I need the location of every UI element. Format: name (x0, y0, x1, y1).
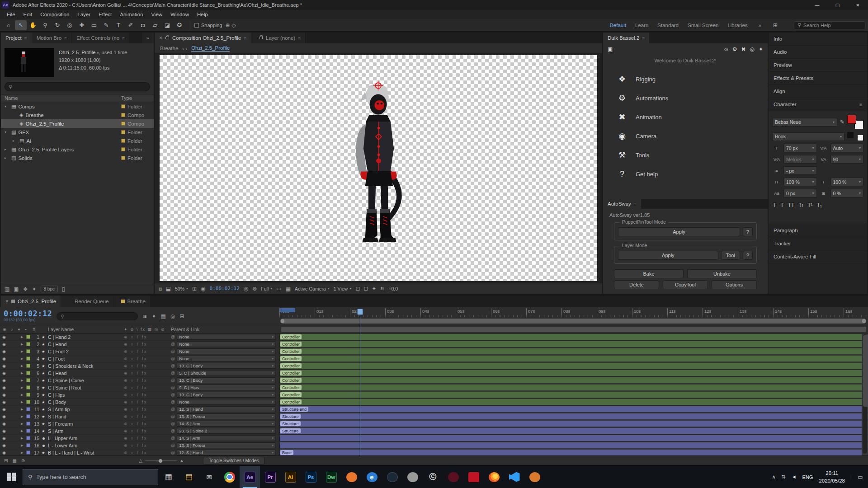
faux-style-button[interactable]: T¹ (807, 202, 812, 208)
taskbar-search-input[interactable]: ⚲ Type here to search (23, 469, 158, 485)
premiere-icon[interactable]: Pr (260, 466, 280, 488)
copytool-button[interactable]: CopyTool (663, 280, 708, 289)
menu-item[interactable]: View (147, 12, 166, 17)
twirl-icon[interactable]: ▶ (21, 341, 26, 347)
layer-name[interactable]: C | Foot 2 (48, 348, 124, 355)
twirl-icon[interactable]: ▶ (21, 384, 26, 391)
pickwhip-icon[interactable]: @ (171, 429, 175, 433)
layer-row[interactable]: ◉ ▶ 17 ★ B | L - Hand | L - Wrist ⊕ ○ / … (0, 449, 868, 455)
label-color-chip[interactable] (26, 385, 30, 389)
draft-3d-icon[interactable]: ◎ (170, 313, 175, 319)
panel-menu-icon[interactable]: ≡ (298, 36, 301, 41)
layer-name[interactable]: C | Hand (48, 341, 124, 347)
layer-row[interactable]: ◉ ▶ 11 ★ S | Arm tip ⊕ ○ / fx @ 12. S | … (0, 406, 868, 413)
interpret-footage-icon[interactable]: ▥ (5, 286, 9, 292)
layer-duration-bar[interactable]: Controller (280, 370, 862, 376)
layer-switches[interactable]: ⊕ ○ / fx (124, 399, 171, 405)
visibility-eye-icon[interactable]: ◉ (2, 335, 6, 339)
duik-menu-item[interactable]: ⚙ Automations (603, 89, 768, 108)
twirl-icon[interactable]: ▶ (21, 413, 26, 420)
wand-icon[interactable]: ✦ (759, 46, 763, 52)
parent-dropdown[interactable]: None ▾ (177, 356, 276, 361)
panel-menu-icon[interactable]: ≡ (859, 102, 862, 107)
layer-row[interactable]: ◉ ▶ 4 ★ C | Foot ⊕ ○ / fx @ None ▾ Contr… (0, 355, 868, 362)
color-depth-button[interactable]: 8 bpc (41, 286, 58, 292)
layer-name[interactable]: L - Upper Arm (48, 435, 124, 441)
layer-apply-button[interactable]: Apply (618, 251, 718, 260)
menu-item[interactable]: Composition (36, 12, 73, 17)
character-artwork[interactable] (329, 79, 427, 251)
menu-item[interactable]: File (3, 12, 19, 17)
x-automation-icon[interactable]: ✖ (741, 46, 745, 52)
layer-duration-bar[interactable]: Controller (280, 377, 862, 383)
dreamweaver-icon[interactable]: Dw (321, 466, 341, 488)
label-color-chip[interactable] (121, 122, 125, 126)
twirl-icon[interactable]: ▶ (21, 435, 26, 441)
layer-track[interactable]: Structure (279, 427, 868, 434)
layer-duration-bar[interactable]: Bone (280, 450, 862, 455)
snap-extend-icon[interactable]: ◇ (231, 22, 237, 28)
layer-name[interactable]: C | Head (48, 370, 124, 376)
minimize-button[interactable]: — (807, 0, 827, 10)
current-time-display[interactable]: 0:00:02:12 (210, 286, 240, 291)
visibility-eye-icon[interactable]: ◉ (2, 407, 6, 412)
set-black-swatch[interactable] (847, 132, 854, 138)
label-color-chip[interactable] (121, 147, 125, 151)
layer-switches[interactable]: ⊕ ○ / fx (124, 341, 171, 347)
faux-style-button[interactable]: TT (788, 202, 795, 208)
layer-switches[interactable]: ⊕ ○ / fx (124, 427, 171, 434)
layer-duration-bar[interactable]: Controller (280, 341, 862, 347)
faux-style-button[interactable]: Tr (798, 202, 803, 208)
layer-duration-bar[interactable]: Controller (280, 385, 862, 390)
layer-switches[interactable]: ⊕ ○ / fx (124, 420, 171, 427)
breadcrumb-current[interactable]: Ohzi_2.5_Profile (191, 45, 230, 52)
exposure-value[interactable]: +0,0 (388, 286, 398, 291)
vscode-icon[interactable] (504, 466, 524, 488)
composition-tab[interactable]: × Composition Ohzi_2.5_Profile ≡ (155, 33, 251, 43)
label-color-chip[interactable] (121, 104, 125, 108)
start-button[interactable] (0, 466, 23, 488)
label-color-chip[interactable] (26, 429, 30, 433)
visibility-eye-icon[interactable]: ◉ (2, 422, 6, 426)
parent-dropdown[interactable]: None ▾ (177, 399, 276, 405)
grid-guides-icon[interactable]: ⊞ (192, 286, 197, 292)
duik-corner-icon[interactable]: ▣ (608, 46, 613, 52)
layer-name[interactable]: L - Lower Arm (48, 442, 124, 449)
zoom-out-icon[interactable]: △ (139, 458, 142, 463)
layer-track[interactable]: Controller (279, 362, 868, 369)
mask-visibility-icon[interactable]: ◉ (201, 286, 205, 292)
collapsed-panel-header[interactable]: Effects & Presets (769, 72, 867, 85)
layer-duration-bar[interactable]: Controller (280, 356, 862, 361)
parent-dropdown[interactable]: 14. S | Arm ▾ (177, 435, 276, 441)
layer-switches[interactable]: ⊕ ○ / fx (124, 333, 171, 340)
menu-item[interactable]: Effect (94, 12, 116, 17)
character-value-dropdown[interactable]: - px▾ (783, 166, 817, 175)
visibility-eye-icon[interactable]: ◉ (2, 342, 6, 347)
pickwhip-icon[interactable]: @ (171, 364, 175, 368)
view-layout-icon[interactable]: ⊡ (355, 286, 360, 292)
label-color-chip[interactable] (121, 113, 125, 117)
zoom-in-icon[interactable]: ▲ (179, 458, 184, 463)
menu-item[interactable]: Help (193, 12, 212, 17)
layer-name-column[interactable]: Layer Name (42, 327, 124, 332)
pickwhip-icon[interactable]: @ (171, 443, 175, 448)
parent-dropdown[interactable]: 10. C | Body ▾ (177, 363, 276, 369)
time-navigator-bar[interactable] (280, 319, 866, 324)
zoom-tool-icon[interactable]: ⚲ (39, 20, 51, 30)
project-settings-icon[interactable]: ✦ (32, 286, 36, 292)
font-style-dropdown[interactable]: Book▾ (772, 132, 844, 141)
magnification-icon[interactable]: ⬓ (166, 286, 171, 292)
taskbar-clock[interactable]: 20:11 2020/05/28 (819, 469, 845, 484)
twirl-icon[interactable]: ▶ (21, 406, 26, 413)
layer-row[interactable]: ◉ ▶ 15 ☻ L - Upper Arm ⊕ ○ / fx @ 14. S … (0, 435, 868, 442)
label-color-chip[interactable] (26, 450, 30, 455)
project-item[interactable]: ◈ Breathe Compo (1, 111, 154, 119)
workspace-menu-icon[interactable]: ⊞ (772, 22, 778, 28)
project-item[interactable]: ◈ Ohzi_2.5_Profile Compo (1, 119, 154, 128)
creative-cloud-icon[interactable]: ⓒ (423, 466, 443, 488)
character-value-dropdown[interactable]: Metrics▾ (783, 155, 817, 164)
puppet-apply-button[interactable]: Apply (618, 227, 740, 236)
project-item[interactable]: ▸ ▤ Ohzi_2.5_Profile Layers Folder (1, 145, 154, 154)
close-button[interactable]: ✕ (848, 0, 868, 10)
brush-tool-icon[interactable]: ✐ (125, 20, 137, 30)
